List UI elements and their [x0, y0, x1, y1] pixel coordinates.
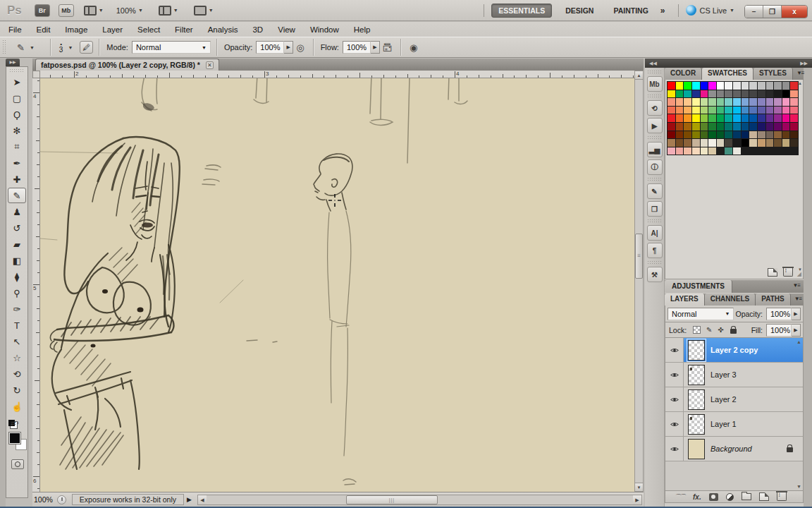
workspace-design[interactable]: DESIGN: [559, 4, 600, 17]
color-swatch[interactable]: [774, 107, 782, 114]
color-swatch[interactable]: [708, 123, 716, 131]
color-swatch[interactable]: [733, 114, 741, 122]
layer-row[interactable]: Layer 3: [665, 363, 803, 387]
opacity-spinner[interactable]: ▶: [284, 41, 293, 54]
eraser-tool[interactable]: ▰: [8, 236, 26, 252]
color-swatch[interactable]: [749, 139, 757, 147]
blur-tool[interactable]: ⧫: [8, 269, 26, 284]
layer-fill-field[interactable]: 100%: [766, 324, 792, 337]
color-swatch[interactable]: [701, 147, 708, 155]
color-swatch[interactable]: [782, 114, 790, 122]
new-layer-icon[interactable]: [759, 492, 769, 501]
color-swatch[interactable]: [701, 98, 708, 106]
color-swatch[interactable]: [708, 131, 716, 139]
brush-preset-picker[interactable]: • 3: [56, 41, 66, 54]
color-swatch[interactable]: [725, 147, 732, 155]
color-swatch[interactable]: [725, 90, 732, 98]
color-swatch[interactable]: [749, 114, 757, 122]
scroll-up-arrow[interactable]: ▲: [796, 339, 801, 344]
visibility-toggle[interactable]: [665, 412, 684, 436]
type-tool[interactable]: T: [8, 318, 26, 333]
ruler-corner[interactable]: [32, 71, 40, 78]
link-layers-icon[interactable]: ⌒⌒: [675, 492, 685, 502]
color-swatch[interactable]: [733, 147, 741, 155]
lock-all-icon[interactable]: [730, 329, 737, 334]
color-swatch[interactable]: [733, 82, 741, 90]
layer-row[interactable]: Background: [665, 437, 803, 461]
color-swatch[interactable]: [782, 82, 790, 90]
menu-filter[interactable]: Filter: [175, 25, 193, 34]
workspace-painting[interactable]: PAINTING: [607, 4, 654, 17]
menu-window[interactable]: Window: [310, 25, 339, 34]
brush-presets-panel-icon[interactable]: ✎: [647, 183, 663, 199]
color-swatch[interactable]: [708, 107, 716, 114]
color-swatch[interactable]: [676, 82, 684, 90]
color-swatch[interactable]: [708, 114, 716, 122]
color-swatch[interactable]: [684, 123, 691, 131]
color-swatch[interactable]: [692, 147, 700, 155]
color-swatch[interactable]: [717, 107, 725, 114]
color-swatch[interactable]: [766, 82, 774, 90]
color-swatch[interactable]: [725, 139, 732, 147]
toggle-brush-panel-button[interactable]: 🖉: [80, 41, 93, 54]
layer-blend-mode-select[interactable]: Normal ▼: [668, 308, 734, 320]
color-swatch[interactable]: [725, 114, 732, 122]
color-swatch[interactable]: [684, 90, 691, 98]
path-selection-tool[interactable]: ↖: [8, 334, 26, 349]
pen-tool[interactable]: ✑: [8, 301, 26, 317]
color-swatch[interactable]: [708, 147, 716, 155]
menu-help[interactable]: Help: [354, 25, 371, 34]
scroll-up-arrow[interactable]: ▲: [635, 71, 643, 80]
color-swatch[interactable]: [708, 82, 716, 90]
scroll-left-arrow[interactable]: ◀: [198, 495, 207, 504]
color-swatch[interactable]: [692, 82, 700, 90]
tab-channels[interactable]: CHANNELS: [705, 294, 756, 306]
color-swatch[interactable]: [774, 131, 782, 139]
status-flyout-arrow[interactable]: ▶: [187, 496, 192, 503]
color-swatch[interactable]: [774, 90, 782, 98]
screen-mode-dropdown-arrow[interactable]: ▼: [209, 8, 214, 13]
color-swatch[interactable]: [692, 139, 700, 147]
color-swatch[interactable]: [692, 114, 700, 122]
color-swatch[interactable]: [668, 147, 675, 155]
color-swatch[interactable]: [717, 123, 725, 131]
color-swatch[interactable]: [717, 98, 725, 106]
color-swatch[interactable]: [749, 98, 757, 106]
menu-view[interactable]: View: [278, 25, 295, 34]
layer-thumbnail[interactable]: [688, 414, 705, 435]
color-swatch[interactable]: [684, 114, 691, 122]
layer-row[interactable]: Layer 1: [665, 412, 803, 437]
color-swatch[interactable]: [725, 82, 732, 90]
color-swatch[interactable]: [676, 98, 684, 106]
new-adjustment-layer-icon[interactable]: [726, 493, 734, 501]
workspace-overflow-chevron[interactable]: »: [660, 6, 665, 16]
color-swatch[interactable]: [758, 98, 765, 106]
menu-layer[interactable]: Layer: [102, 25, 123, 34]
color-swatch[interactable]: [692, 98, 700, 106]
color-swatch[interactable]: [782, 98, 790, 106]
color-swatch[interactable]: [758, 123, 765, 131]
tab-adjustments[interactable]: ADJUSTMENTS: [665, 280, 732, 293]
color-swatch[interactable]: [701, 123, 708, 131]
3d-camera-rotate-tool[interactable]: ↻: [8, 382, 26, 398]
new-swatch-icon[interactable]: [768, 268, 777, 277]
panel-strip-grip[interactable]: [647, 135, 662, 140]
opacity-field[interactable]: 100%: [256, 41, 284, 54]
color-swatch[interactable]: [701, 90, 708, 98]
arrange-documents-icon[interactable]: [159, 6, 171, 16]
color-swatch[interactable]: [774, 82, 782, 90]
color-swatch[interactable]: [684, 82, 691, 90]
hand-tool[interactable]: ☝: [8, 399, 26, 414]
quick-mask-mode-button[interactable]: [11, 459, 24, 469]
history-brush-tool[interactable]: ↺: [8, 220, 26, 236]
brush-tool[interactable]: ✎: [8, 188, 26, 203]
foreground-color-swatch[interactable]: [9, 433, 20, 444]
vertical-scroll-thumb[interactable]: [635, 234, 643, 279]
color-swatch[interactable]: [742, 123, 749, 131]
eyedropper-tool[interactable]: ✒: [8, 155, 26, 171]
clone-stamp-tool[interactable]: ♟: [8, 204, 26, 219]
color-swatch[interactable]: [684, 107, 691, 114]
color-swatch[interactable]: [766, 114, 774, 122]
lock-pixels-icon[interactable]: ✎: [706, 326, 712, 334]
horizontal-ruler[interactable]: 234: [40, 71, 634, 78]
